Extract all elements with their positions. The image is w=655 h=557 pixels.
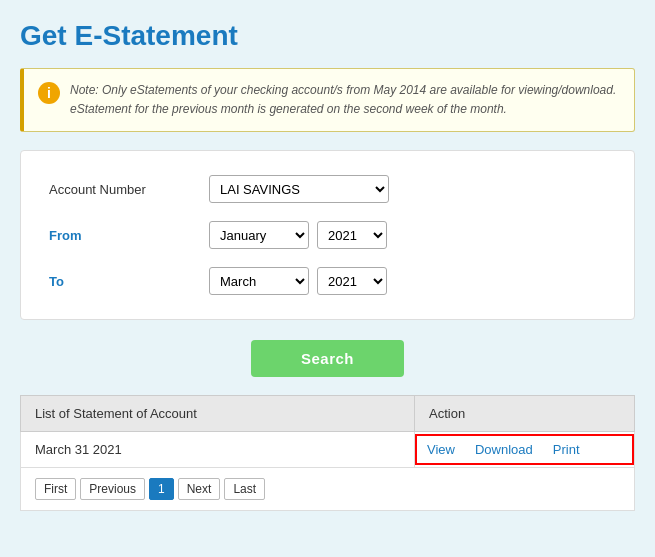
view-link[interactable]: View bbox=[427, 442, 455, 457]
from-row: From January February March April May Ju… bbox=[49, 221, 606, 249]
previous-button[interactable]: Previous bbox=[80, 478, 145, 500]
account-row: Account Number LAI SAVINGS LAI CHECKING bbox=[49, 175, 606, 203]
search-button[interactable]: Search bbox=[251, 340, 404, 377]
form-card: Account Number LAI SAVINGS LAI CHECKING … bbox=[20, 150, 635, 320]
search-btn-wrap: Search bbox=[20, 340, 635, 377]
download-link[interactable]: Download bbox=[475, 442, 533, 457]
last-button[interactable]: Last bbox=[224, 478, 265, 500]
to-month-select[interactable]: January February March April May June Ju… bbox=[209, 267, 309, 295]
to-row: To January February March April May June… bbox=[49, 267, 606, 295]
account-controls: LAI SAVINGS LAI CHECKING bbox=[209, 175, 389, 203]
table-row: March 31 2021ViewDownloadPrint bbox=[21, 432, 635, 468]
print-link[interactable]: Print bbox=[553, 442, 580, 457]
info-icon: i bbox=[38, 82, 60, 104]
page-1-button[interactable]: 1 bbox=[149, 478, 174, 500]
notice-box: i Note: Only eStatements of your checkin… bbox=[20, 68, 635, 132]
next-button[interactable]: Next bbox=[178, 478, 221, 500]
account-label: Account Number bbox=[49, 182, 209, 197]
from-label: From bbox=[49, 228, 209, 243]
first-button[interactable]: First bbox=[35, 478, 76, 500]
from-controls: January February March April May June Ju… bbox=[209, 221, 387, 249]
to-year-select[interactable]: 2019 2020 2021 2022 bbox=[317, 267, 387, 295]
from-year-select[interactable]: 2019 2020 2021 2022 bbox=[317, 221, 387, 249]
col-statement: List of Statement of Account bbox=[21, 396, 415, 432]
to-label: To bbox=[49, 274, 209, 289]
from-month-select[interactable]: January February March April May June Ju… bbox=[209, 221, 309, 249]
page-title: Get E-Statement bbox=[20, 20, 635, 52]
results-table: List of Statement of Account Action Marc… bbox=[20, 395, 635, 468]
to-controls: January February March April May June Ju… bbox=[209, 267, 387, 295]
account-select[interactable]: LAI SAVINGS LAI CHECKING bbox=[209, 175, 389, 203]
notice-text: Note: Only eStatements of your checking … bbox=[70, 81, 620, 119]
action-cell: ViewDownloadPrint bbox=[415, 432, 635, 468]
pagination: First Previous 1 Next Last bbox=[20, 468, 635, 511]
col-action: Action bbox=[415, 396, 635, 432]
statement-cell: March 31 2021 bbox=[21, 432, 415, 468]
